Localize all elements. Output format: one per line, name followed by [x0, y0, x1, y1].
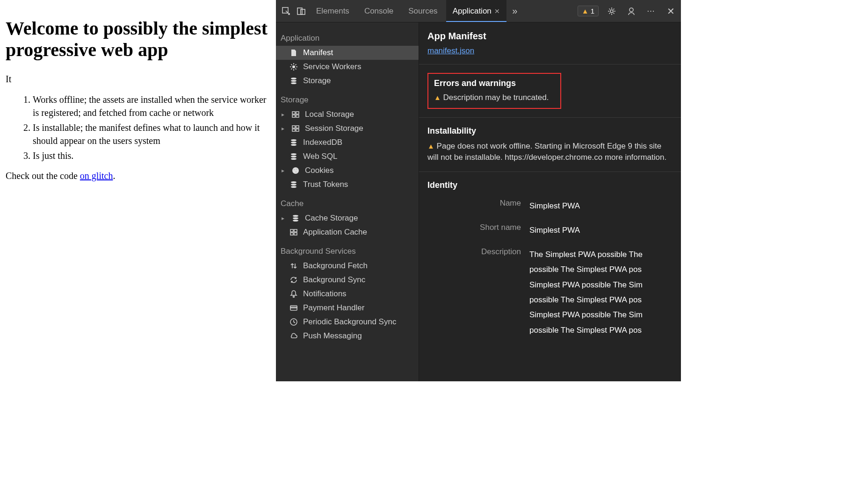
sidebar-item-application-cache[interactable]: Application Cache	[276, 225, 419, 239]
sidebar-item-label: Manifest	[303, 48, 333, 57]
sidebar-item-background-fetch[interactable]: Background Fetch	[276, 259, 419, 273]
page-intro: It	[6, 74, 270, 85]
sidebar-item-web-sql[interactable]: Web SQL	[276, 150, 419, 164]
svg-point-29	[291, 186, 297, 188]
tab-console[interactable]: Console	[358, 0, 400, 22]
sidebar-item-indexeddb[interactable]: IndexedDB	[276, 136, 419, 150]
svg-point-20	[291, 153, 297, 155]
sidebar-group-label: Background Services	[276, 239, 419, 259]
svg-rect-11	[292, 115, 295, 117]
list-item: Is just this.	[33, 149, 270, 162]
device-toggle-icon[interactable]	[295, 5, 308, 18]
grid-icon	[291, 110, 300, 119]
list-item: Is installable; the manifest defines wha…	[33, 121, 270, 147]
bell-icon	[289, 289, 298, 299]
svg-rect-39	[290, 307, 297, 308]
cookie-icon	[291, 166, 300, 175]
sidebar-item-cache-storage[interactable]: ▸Cache Storage	[276, 211, 419, 225]
svg-point-7	[291, 80, 297, 82]
application-main: App Manifest manifest.json Errors and wa…	[419, 22, 681, 381]
tab-sources[interactable]: Sources	[402, 0, 444, 22]
panel-title: App Manifest	[427, 31, 673, 42]
sidebar-item-background-sync[interactable]: Background Sync	[276, 273, 419, 287]
identity-shortname-value: Simplest PWA	[529, 223, 673, 238]
svg-point-17	[291, 139, 297, 141]
svg-rect-12	[296, 115, 299, 117]
sidebar-item-label: Session Storage	[305, 124, 363, 133]
svg-point-22	[291, 158, 297, 160]
svg-rect-16	[296, 129, 299, 131]
identity-shortname-label: Short name	[427, 223, 521, 238]
sidebar-item-session-storage[interactable]: ▸Session Storage	[276, 121, 419, 136]
svg-point-30	[293, 215, 298, 217]
sidebar-group-label: Cache	[276, 192, 419, 211]
list-item: Works offline; the assets are installed …	[33, 93, 270, 119]
sidebar-group-label: Storage	[276, 88, 419, 107]
tab-application[interactable]: Application ✕	[446, 0, 506, 22]
svg-point-26	[296, 171, 297, 172]
installability-heading: Installability	[427, 126, 673, 136]
sidebar-item-label: Push Messaging	[303, 331, 362, 341]
install-message: Page does not work offline. Starting in …	[427, 142, 666, 162]
db-icon	[291, 214, 300, 223]
sidebar-item-label: Service Workers	[303, 62, 361, 71]
warning-icon: ▲	[434, 93, 441, 101]
sidebar-item-label: Trust Tokens	[303, 180, 348, 189]
grid-icon	[291, 124, 300, 133]
card-icon	[289, 303, 298, 313]
identity-name-label: Name	[427, 199, 521, 214]
warnings-badge[interactable]: ▲ 1	[578, 6, 599, 16]
devtools-tabstrip: Elements Console Sources Application ✕ »…	[276, 0, 681, 22]
sidebar-item-trust-tokens[interactable]: Trust Tokens	[276, 178, 419, 192]
svg-point-32	[293, 220, 298, 221]
sidebar-item-label: Application Cache	[303, 228, 367, 237]
svg-rect-33	[290, 229, 293, 232]
sidebar-item-storage[interactable]: Storage	[276, 74, 419, 88]
svg-point-31	[293, 217, 298, 219]
sidebar-item-manifest[interactable]: Manifest	[276, 46, 419, 60]
inspect-icon[interactable]	[280, 5, 293, 18]
file-icon	[289, 48, 298, 57]
svg-rect-36	[294, 233, 297, 235]
svg-point-18	[291, 142, 297, 143]
cloud-icon	[289, 331, 298, 341]
warning-icon: ▲	[582, 7, 589, 15]
sidebar-item-payment-handler[interactable]: Payment Handler	[276, 301, 419, 315]
svg-point-21	[291, 156, 297, 157]
close-devtools-icon[interactable]: ✕	[664, 5, 677, 18]
sidebar-item-notifications[interactable]: Notifications	[276, 287, 419, 301]
sidebar-item-label: Cookies	[305, 166, 333, 175]
sidebar-item-service-workers[interactable]: Service Workers	[276, 60, 419, 74]
tab-elements[interactable]: Elements	[310, 0, 356, 22]
expand-arrow-icon: ▸	[282, 111, 286, 118]
more-tabs-icon[interactable]: »	[508, 5, 521, 18]
sidebar-group-label: Application	[276, 26, 419, 46]
identity-description-label: Description	[427, 247, 521, 338]
svg-point-24	[294, 169, 295, 170]
sidebar-item-label: Cache Storage	[305, 214, 358, 223]
svg-rect-13	[292, 126, 295, 128]
page-heading: Welcome to possibly the simplest progres…	[6, 18, 270, 61]
sidebar-item-local-storage[interactable]: ▸Local Storage	[276, 107, 419, 121]
more-icon[interactable]: ⋯	[644, 5, 658, 18]
svg-point-27	[291, 181, 297, 183]
settings-icon[interactable]	[605, 5, 618, 18]
sidebar-item-push-messaging[interactable]: Push Messaging	[276, 329, 419, 343]
sidebar-item-cookies[interactable]: ▸Cookies	[276, 164, 419, 178]
svg-point-3	[610, 10, 613, 13]
sidebar-item-periodic-background-sync[interactable]: Periodic Background Sync	[276, 315, 419, 329]
glitch-link[interactable]: on glitch	[80, 171, 113, 181]
svg-point-8	[291, 82, 297, 84]
feedback-icon[interactable]	[625, 5, 638, 18]
svg-rect-14	[296, 126, 299, 128]
close-icon[interactable]: ✕	[494, 7, 500, 15]
sidebar-item-label: Periodic Background Sync	[303, 317, 396, 327]
svg-point-23	[292, 167, 299, 174]
sidebar-item-label: Local Storage	[305, 110, 354, 119]
updown-icon	[289, 261, 298, 271]
manifest-link[interactable]: manifest.json	[427, 46, 474, 55]
gear-icon	[289, 62, 298, 71]
clock-icon	[289, 317, 298, 327]
rendered-page: Welcome to possibly the simplest progres…	[0, 0, 276, 381]
svg-point-37	[293, 296, 295, 298]
